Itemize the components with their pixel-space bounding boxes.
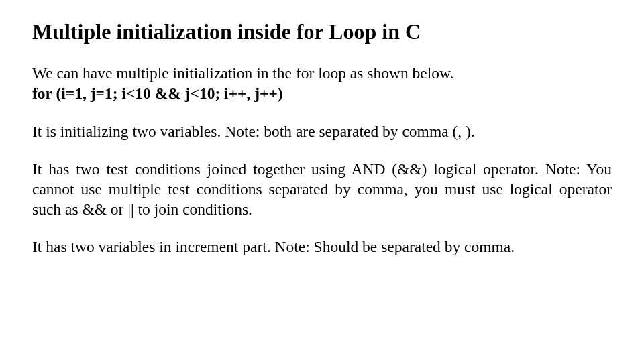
code-example: for (i=1, j=1; i<10 && j<10; i++, j++) bbox=[32, 84, 283, 102]
intro-block: We can have multiple initialization in t… bbox=[32, 63, 612, 103]
page-title: Multiple initialization inside for Loop … bbox=[32, 19, 612, 44]
paragraph-init: It is initializing two variables. Note: … bbox=[32, 121, 612, 141]
intro-text: We can have multiple initialization in t… bbox=[32, 64, 453, 82]
paragraph-conditions: It has two test conditions joined togeth… bbox=[32, 159, 612, 219]
paragraph-increment: It has two variables in increment part. … bbox=[32, 237, 612, 257]
document-page: Multiple initialization inside for Loop … bbox=[0, 0, 644, 293]
